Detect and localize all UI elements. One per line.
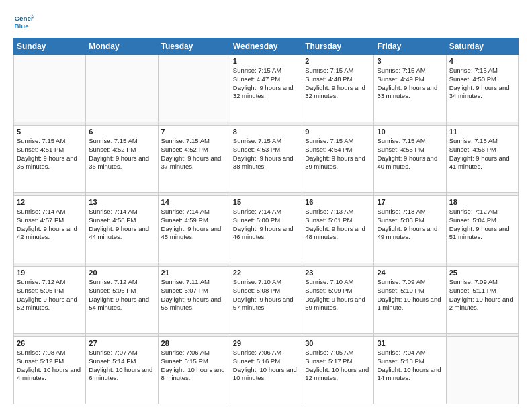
calendar-cell: 31 Sunrise: 7:04 AM Sunset: 5:18 PM Dayl… [374, 336, 446, 404]
sunset-text: Sunset: 4:50 PM [449, 75, 496, 83]
calendar-cell: 2 Sunrise: 7:15 AM Sunset: 4:48 PM Dayli… [302, 55, 374, 122]
daylight-text: Daylight: 9 hours and 51 minutes. [449, 225, 510, 241]
calendar-cell: 30 Sunrise: 7:05 AM Sunset: 5:17 PM Dayl… [302, 336, 374, 404]
sunset-text: Sunset: 5:08 PM [233, 287, 280, 294]
sunset-text: Sunset: 4:48 PM [305, 75, 352, 83]
header: General Blue [13, 11, 519, 31]
day-number: 18 [449, 198, 515, 206]
day-number: 29 [233, 339, 299, 347]
daylight-text: Daylight: 9 hours and 45 minutes. [161, 225, 222, 241]
sunset-text: Sunset: 5:07 PM [161, 287, 208, 294]
sunrise-text: Sunrise: 7:15 AM [449, 66, 498, 74]
daylight-text: Daylight: 9 hours and 52 minutes. [17, 295, 77, 312]
sunrise-text: Sunrise: 7:09 AM [377, 278, 425, 285]
sunrise-text: Sunrise: 7:15 AM [449, 137, 498, 144]
daylight-text: Daylight: 9 hours and 37 minutes. [161, 154, 222, 171]
sunrise-text: Sunrise: 7:14 AM [89, 208, 137, 215]
day-number: 5 [17, 128, 83, 136]
calendar-cell: 27 Sunrise: 7:07 AM Sunset: 5:14 PM Dayl… [86, 336, 158, 404]
daylight-text: Daylight: 10 hours and 12 minutes. [305, 366, 369, 382]
daylight-text: Daylight: 9 hours and 46 minutes. [233, 225, 294, 241]
day-number: 10 [377, 128, 443, 136]
sunset-text: Sunset: 5:04 PM [449, 216, 496, 224]
sunset-text: Sunset: 4:53 PM [233, 146, 280, 153]
day-number: 12 [17, 198, 83, 206]
day-number: 11 [449, 128, 515, 136]
day-info: Sunrise: 7:09 AM Sunset: 5:11 PM Dayligh… [449, 278, 515, 312]
day-number: 21 [161, 269, 227, 277]
sunset-text: Sunset: 4:59 PM [161, 216, 208, 224]
sunset-text: Sunset: 5:03 PM [377, 216, 424, 224]
day-info: Sunrise: 7:14 AM Sunset: 4:59 PM Dayligh… [161, 208, 227, 242]
day-number: 19 [17, 269, 83, 277]
sunset-text: Sunset: 5:06 PM [89, 287, 136, 294]
day-info: Sunrise: 7:15 AM Sunset: 4:51 PM Dayligh… [17, 137, 83, 171]
day-info: Sunrise: 7:09 AM Sunset: 5:10 PM Dayligh… [377, 278, 443, 312]
day-info: Sunrise: 7:15 AM Sunset: 4:56 PM Dayligh… [449, 137, 515, 171]
calendar-cell: 10 Sunrise: 7:15 AM Sunset: 4:55 PM Dayl… [374, 125, 446, 192]
day-number: 24 [377, 269, 443, 277]
daylight-text: Daylight: 9 hours and 36 minutes. [89, 154, 149, 171]
calendar-cell: 6 Sunrise: 7:15 AM Sunset: 4:52 PM Dayli… [86, 125, 158, 192]
logo: General Blue [13, 11, 36, 31]
sunrise-text: Sunrise: 7:06 AM [233, 349, 281, 356]
sunrise-text: Sunrise: 7:15 AM [305, 66, 353, 74]
calendar-cell: 26 Sunrise: 7:08 AM Sunset: 5:12 PM Dayl… [14, 336, 86, 404]
sunset-text: Sunset: 4:52 PM [89, 146, 136, 153]
sunset-text: Sunset: 5:18 PM [377, 357, 424, 365]
day-info: Sunrise: 7:12 AM Sunset: 5:06 PM Dayligh… [89, 278, 154, 312]
day-number: 26 [17, 339, 83, 347]
calendar-cell: 21 Sunrise: 7:11 AM Sunset: 5:07 PM Dayl… [158, 266, 230, 333]
sunset-text: Sunset: 4:47 PM [233, 75, 280, 83]
day-number: 13 [89, 198, 154, 206]
daylight-text: Daylight: 10 hours and 10 minutes. [233, 366, 297, 382]
sunrise-text: Sunrise: 7:14 AM [233, 208, 281, 215]
day-info: Sunrise: 7:10 AM Sunset: 5:09 PM Dayligh… [305, 278, 371, 312]
sunrise-text: Sunrise: 7:15 AM [233, 66, 281, 74]
calendar-cell: 1 Sunrise: 7:15 AM Sunset: 4:47 PM Dayli… [230, 55, 302, 122]
calendar-cell: 8 Sunrise: 7:15 AM Sunset: 4:53 PM Dayli… [230, 125, 302, 192]
weekday-header-friday: Friday [374, 38, 446, 55]
sunset-text: Sunset: 5:00 PM [233, 216, 280, 224]
daylight-text: Daylight: 9 hours and 59 minutes. [305, 295, 365, 312]
calendar-cell: 19 Sunrise: 7:12 AM Sunset: 5:05 PM Dayl… [14, 266, 86, 333]
day-info: Sunrise: 7:10 AM Sunset: 5:08 PM Dayligh… [233, 278, 299, 312]
sunset-text: Sunset: 4:51 PM [17, 146, 64, 153]
sunset-text: Sunset: 4:49 PM [377, 75, 424, 83]
calendar-cell: 4 Sunrise: 7:15 AM Sunset: 4:50 PM Dayli… [446, 55, 518, 122]
weekday-header-sunday: Sunday [14, 38, 86, 55]
day-number: 3 [377, 57, 443, 65]
calendar-cell: 22 Sunrise: 7:10 AM Sunset: 5:08 PM Dayl… [230, 266, 302, 333]
day-number: 15 [233, 198, 299, 206]
sunrise-text: Sunrise: 7:14 AM [161, 208, 210, 215]
sunrise-text: Sunrise: 7:12 AM [17, 278, 65, 285]
day-number: 7 [161, 128, 227, 136]
daylight-text: Daylight: 9 hours and 34 minutes. [449, 84, 510, 100]
calendar-cell: 28 Sunrise: 7:06 AM Sunset: 5:15 PM Dayl… [158, 336, 230, 404]
sunrise-text: Sunrise: 7:09 AM [449, 278, 498, 285]
day-number: 9 [305, 128, 371, 136]
week-row-1: 5 Sunrise: 7:15 AM Sunset: 4:51 PM Dayli… [14, 125, 519, 192]
daylight-text: Daylight: 9 hours and 49 minutes. [377, 225, 437, 241]
sunrise-text: Sunrise: 7:15 AM [161, 137, 210, 144]
week-row-3: 19 Sunrise: 7:12 AM Sunset: 5:05 PM Dayl… [14, 266, 519, 333]
daylight-text: Daylight: 9 hours and 32 minutes. [233, 84, 294, 100]
calendar-cell: 25 Sunrise: 7:09 AM Sunset: 5:11 PM Dayl… [446, 266, 518, 333]
weekday-header-wednesday: Wednesday [230, 38, 302, 55]
day-info: Sunrise: 7:06 AM Sunset: 5:15 PM Dayligh… [161, 349, 227, 383]
daylight-text: Daylight: 9 hours and 42 minutes. [17, 225, 77, 241]
daylight-text: Daylight: 9 hours and 54 minutes. [89, 295, 149, 312]
daylight-text: Daylight: 9 hours and 55 minutes. [161, 295, 222, 312]
calendar-cell: 14 Sunrise: 7:14 AM Sunset: 4:59 PM Dayl… [158, 195, 230, 263]
day-number: 2 [305, 57, 371, 65]
calendar-cell: 3 Sunrise: 7:15 AM Sunset: 4:49 PM Dayli… [374, 55, 446, 122]
week-row-4: 26 Sunrise: 7:08 AM Sunset: 5:12 PM Dayl… [14, 336, 519, 404]
sunrise-text: Sunrise: 7:14 AM [17, 208, 65, 215]
day-info: Sunrise: 7:15 AM Sunset: 4:48 PM Dayligh… [305, 66, 371, 101]
sunrise-text: Sunrise: 7:15 AM [233, 137, 281, 144]
day-info: Sunrise: 7:15 AM Sunset: 4:49 PM Dayligh… [377, 66, 443, 101]
daylight-text: Daylight: 10 hours and 6 minutes. [89, 366, 152, 382]
calendar-cell: 5 Sunrise: 7:15 AM Sunset: 4:51 PM Dayli… [14, 125, 86, 192]
calendar-cell: 18 Sunrise: 7:12 AM Sunset: 5:04 PM Dayl… [446, 195, 518, 263]
sunset-text: Sunset: 5:15 PM [161, 357, 208, 365]
